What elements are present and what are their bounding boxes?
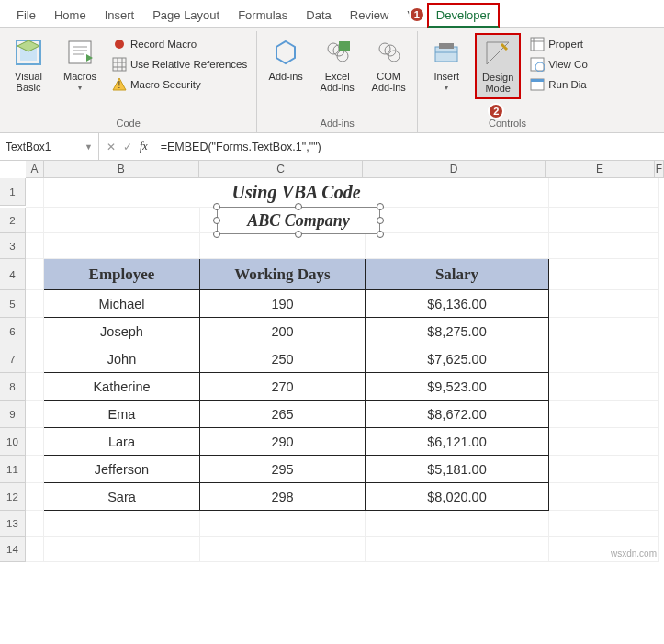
formula-input[interactable]: =EMBED("Forms.TextBox.1","") bbox=[155, 141, 664, 153]
row-header[interactable]: 5 bbox=[0, 290, 26, 318]
row-header[interactable]: 8 bbox=[0, 373, 26, 401]
resize-handle[interactable] bbox=[295, 231, 302, 238]
cell-employee[interactable]: Katherine bbox=[44, 373, 200, 401]
tab-formulas[interactable]: Formulas bbox=[229, 3, 297, 28]
row-header[interactable]: 7 bbox=[0, 345, 26, 373]
cell[interactable] bbox=[26, 178, 44, 208]
cell-employee[interactable]: Joseph bbox=[44, 318, 200, 345]
group-addins: Add-ins Excel Add-ins COM Add-ins Add-in… bbox=[257, 31, 418, 132]
cell-salary[interactable]: $9,523.00 bbox=[366, 373, 549, 401]
cancel-icon[interactable]: ✕ bbox=[107, 141, 116, 153]
row-header[interactable]: 9 bbox=[0, 401, 26, 428]
cell-employee[interactable]: John bbox=[44, 345, 200, 373]
chevron-down-icon: ▾ bbox=[78, 84, 82, 92]
cell[interactable] bbox=[549, 178, 659, 208]
group-label-controls: Controls bbox=[423, 116, 591, 130]
excel-addins-icon bbox=[322, 38, 352, 67]
row-header[interactable]: 14 bbox=[0, 537, 26, 562]
insert-control-button[interactable]: Insert ▾ bbox=[423, 33, 469, 96]
macro-security-button[interactable]: ! Macro Security bbox=[108, 75, 251, 94]
header-salary[interactable]: Salary bbox=[366, 259, 549, 290]
cell-employee[interactable]: Lara bbox=[44, 428, 200, 456]
visual-basic-icon bbox=[14, 38, 43, 67]
excel-addins-button[interactable]: Excel Add-ins bbox=[314, 33, 360, 97]
macros-button[interactable]: Macros ▾ bbox=[57, 33, 103, 96]
cell-days[interactable]: 250 bbox=[200, 345, 366, 373]
col-header[interactable]: F bbox=[655, 161, 664, 177]
properties-button[interactable]: Propert bbox=[526, 35, 591, 53]
svg-marker-15 bbox=[276, 41, 295, 63]
group-label-addins: Add-ins bbox=[263, 116, 411, 130]
run-dialog-button[interactable]: Run Dia bbox=[526, 75, 591, 94]
cell-salary[interactable]: $6,121.00 bbox=[366, 428, 549, 456]
tab-review[interactable]: Review bbox=[341, 3, 399, 28]
resize-handle[interactable] bbox=[377, 203, 384, 210]
cell-days[interactable]: 200 bbox=[200, 318, 366, 345]
tab-file[interactable]: File bbox=[7, 3, 45, 28]
svg-rect-19 bbox=[339, 41, 350, 51]
cell-employee[interactable]: Jefferson bbox=[44, 456, 200, 483]
cell-salary[interactable]: $8,672.00 bbox=[366, 401, 549, 428]
com-addins-icon bbox=[374, 38, 403, 67]
resize-handle[interactable] bbox=[213, 203, 220, 210]
row-header[interactable]: 10 bbox=[0, 428, 26, 456]
cell-salary[interactable]: $8,020.00 bbox=[366, 483, 549, 511]
cell-employee[interactable]: Ema bbox=[44, 401, 200, 428]
cell-employee[interactable]: Sara bbox=[44, 483, 200, 511]
header-working-days[interactable]: Working Days bbox=[200, 259, 366, 290]
col-header[interactable]: B bbox=[44, 161, 199, 177]
cell-salary[interactable]: $6,136.00 bbox=[366, 290, 549, 318]
svg-rect-24 bbox=[439, 43, 454, 49]
cell-days[interactable]: 290 bbox=[200, 428, 366, 456]
row-header[interactable]: 3 bbox=[0, 233, 26, 259]
visual-basic-button[interactable]: Visual Basic bbox=[6, 33, 51, 97]
col-header[interactable]: C bbox=[199, 161, 364, 177]
design-mode-button[interactable]: Design Mode bbox=[475, 33, 521, 99]
col-header[interactable]: D bbox=[363, 161, 546, 177]
cell-salary[interactable]: $5,181.00 bbox=[366, 456, 549, 483]
com-addins-button[interactable]: COM Add-ins bbox=[366, 33, 411, 97]
cell-employee[interactable]: Michael bbox=[44, 290, 200, 318]
header-employee[interactable]: Employee bbox=[44, 259, 200, 290]
resize-handle[interactable] bbox=[377, 231, 384, 238]
fx-icon[interactable]: fx bbox=[140, 140, 148, 153]
tab-insert[interactable]: Insert bbox=[96, 3, 144, 28]
cell-days[interactable]: 295 bbox=[200, 456, 366, 483]
row-header[interactable]: 2 bbox=[0, 208, 26, 233]
watermark: wsxdn.com bbox=[611, 548, 657, 559]
formula-bar-row: TextBox1 ▼ ✕ ✓ fx =EMBED("Forms.TextBox.… bbox=[0, 133, 664, 161]
resize-handle[interactable] bbox=[213, 231, 220, 238]
use-relative-refs-button[interactable]: Use Relative References bbox=[108, 55, 251, 73]
record-macro-button[interactable]: Record Macro bbox=[108, 35, 251, 53]
chevron-down-icon[interactable]: ▼ bbox=[84, 142, 93, 152]
addins-button[interactable]: Add-ins bbox=[263, 33, 309, 86]
row-header[interactable]: 6 bbox=[0, 318, 26, 345]
cell-days[interactable]: 265 bbox=[200, 401, 366, 428]
cell-salary[interactable]: $8,275.00 bbox=[366, 318, 549, 345]
enter-icon[interactable]: ✓ bbox=[123, 141, 132, 153]
row-header[interactable]: 11 bbox=[0, 456, 26, 483]
group-label-code: Code bbox=[6, 116, 251, 130]
resize-handle[interactable] bbox=[295, 203, 302, 210]
tab-home[interactable]: Home bbox=[45, 3, 96, 28]
cell-days[interactable]: 190 bbox=[200, 290, 366, 318]
col-header[interactable]: E bbox=[546, 161, 655, 177]
tab-data[interactable]: Data bbox=[297, 3, 340, 28]
annotation-1: 1 bbox=[409, 6, 425, 23]
svg-point-7 bbox=[115, 40, 124, 49]
cell-salary[interactable]: $7,625.00 bbox=[366, 345, 549, 373]
row-header[interactable]: 4 bbox=[0, 259, 26, 290]
col-header[interactable]: A bbox=[26, 161, 44, 177]
resize-handle[interactable] bbox=[213, 217, 220, 224]
row-header[interactable]: 12 bbox=[0, 483, 26, 511]
row-header[interactable]: 1 bbox=[0, 178, 26, 206]
cell-days[interactable]: 270 bbox=[200, 373, 366, 401]
tab-page-layout[interactable]: Page Layout bbox=[143, 3, 229, 28]
textbox-control[interactable]: ABC Company bbox=[217, 207, 380, 234]
row-header[interactable]: 13 bbox=[0, 511, 26, 537]
view-code-button[interactable]: View Co bbox=[526, 55, 591, 73]
resize-handle[interactable] bbox=[377, 217, 384, 224]
tab-developer[interactable]: Developer bbox=[427, 3, 500, 28]
name-box[interactable]: TextBox1 ▼ bbox=[0, 133, 99, 160]
cell-days[interactable]: 298 bbox=[200, 483, 366, 511]
